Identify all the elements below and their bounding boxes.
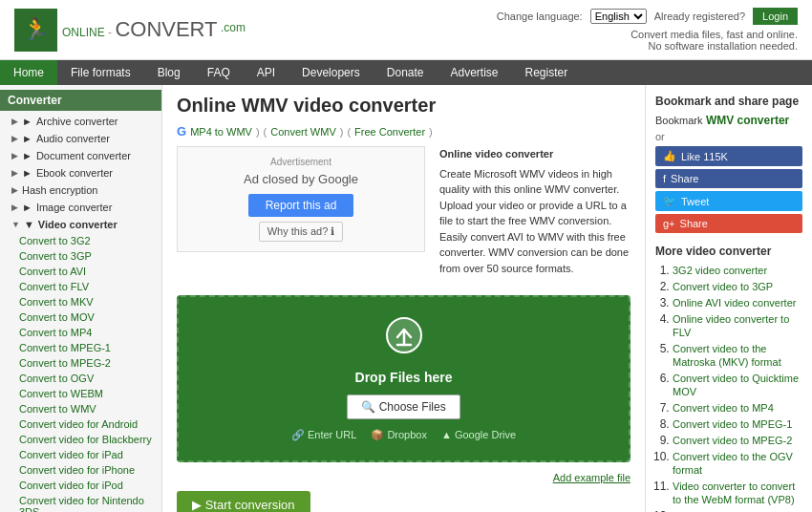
- sidebar-item-video[interactable]: ▼ Video converter: [0, 216, 161, 233]
- nav-faq[interactable]: FAQ: [194, 60, 244, 85]
- sidebar-item-image[interactable]: ► Image converter: [0, 199, 161, 216]
- bookmark-or: or: [655, 131, 802, 142]
- upload-options: 🔗 Enter URL 📦 Dropbox ▲ Google Drive: [291, 429, 516, 441]
- gplus-share-button[interactable]: g+ Share: [655, 214, 802, 233]
- ad-section: Advertisement Ad closed by Google Report…: [177, 146, 425, 252]
- wmv-converter-link[interactable]: WMV converter: [706, 114, 789, 127]
- nav-api[interactable]: API: [244, 60, 288, 85]
- sidebar-convert-3gp[interactable]: Convert to 3GP: [19, 248, 161, 264]
- nav-blog[interactable]: Blog: [144, 60, 194, 85]
- facebook-icon: 👍: [663, 150, 676, 162]
- already-registered-text: Already registered?: [654, 11, 745, 22]
- more-ogv[interactable]: Convert video to the OGV format: [673, 451, 793, 476]
- report-ad-button[interactable]: Report this ad: [248, 194, 354, 217]
- sidebar-convert-mpeg1[interactable]: Convert to MPEG-1: [19, 340, 161, 355]
- nav-file-formats[interactable]: File formats: [57, 60, 144, 85]
- enter-url-option[interactable]: 🔗 Enter URL: [291, 429, 356, 441]
- upload-area[interactable]: Drop Files here Choose Files 🔗 Enter URL…: [177, 295, 630, 462]
- sidebar-item-audio[interactable]: ► Audio converter: [0, 130, 161, 147]
- sidebar-sub-video: Convert to 3G2 Convert to 3GP Convert to…: [0, 233, 161, 512]
- sidebar-convert-wmv[interactable]: Convert to WMV: [19, 401, 161, 416]
- sidebar-convert-android[interactable]: Convert video for Android: [19, 416, 161, 432]
- google-drive-option[interactable]: ▲ Google Drive: [441, 429, 516, 441]
- header-top: Change language: English Already registe…: [497, 8, 798, 25]
- more-mov[interactable]: Convert video to Quicktime MOV: [673, 373, 799, 397]
- nav-advertise[interactable]: Advertise: [438, 60, 512, 85]
- sidebar-convert-webm[interactable]: Convert to WEBM: [19, 386, 161, 401]
- sidebar-convert-mp4[interactable]: Convert to MP4: [19, 325, 161, 340]
- list-item: 3G2 video converter: [673, 264, 802, 277]
- nav-donate[interactable]: Donate: [374, 60, 438, 85]
- sidebar-convert-ipad[interactable]: Convert video for iPad: [19, 447, 161, 462]
- gplus-share-label: Share: [680, 218, 708, 229]
- more-mpeg1[interactable]: Convert video to MPEG-1: [673, 418, 792, 430]
- sidebar-section: ► Archive converter ► Audio converter ► …: [0, 111, 161, 512]
- logo-online-text: ONLINE: [62, 26, 105, 39]
- logo-text: ONLINE - CONVERT .com: [62, 17, 246, 42]
- tagline-line2: No software installation needed.: [497, 40, 798, 52]
- more-3gp[interactable]: Convert video to 3GP: [673, 281, 773, 292]
- sidebar-item-ebook[interactable]: ► Ebook converter: [0, 164, 161, 181]
- twitter-icon: 🐦: [663, 195, 676, 207]
- sidebar-convert-mov[interactable]: Convert to MOV: [19, 309, 161, 325]
- more-3g2[interactable]: 3G2 video converter: [673, 265, 767, 276]
- sidebar-convert-3g2[interactable]: Convert to 3G2: [19, 233, 161, 248]
- twitter-tweet-button[interactable]: 🐦 Tweet: [655, 191, 802, 211]
- breadcrumb-free-converter[interactable]: Free Converter: [354, 126, 425, 138]
- logo: 🏃 ONLINE - CONVERT .com: [14, 9, 246, 52]
- page-title: Online WMV video converter: [177, 95, 630, 117]
- ad-label: Advertisement: [270, 157, 331, 167]
- sidebar-convert-iphone[interactable]: Convert video for iPhone: [19, 462, 161, 478]
- facebook-share-button[interactable]: f Share: [655, 169, 802, 188]
- why-ad-button[interactable]: Why this ad? ℹ: [259, 222, 344, 242]
- choose-files-button[interactable]: Choose Files: [347, 395, 459, 419]
- sidebar-convert-nintendo3ds[interactable]: Convert video for Nintendo 3DS: [19, 493, 161, 512]
- more-mpeg2[interactable]: Convert video to MPEG-2: [673, 435, 792, 446]
- content-body: Online video converter Create Microsoft …: [177, 146, 630, 286]
- more-flv[interactable]: Online video converter to FLV: [673, 313, 789, 338]
- more-mkv[interactable]: Convert video to the Matroska (MKV) form…: [673, 343, 781, 368]
- nav-developers[interactable]: Developers: [288, 60, 374, 85]
- sidebar-convert-blackberry[interactable]: Convert video for Blackberry: [19, 432, 161, 447]
- logo-icon: 🏃: [14, 9, 57, 52]
- language-select[interactable]: English: [590, 9, 647, 24]
- sidebar-convert-flv[interactable]: Convert to FLV: [19, 279, 161, 294]
- more-converters-title: More video converter: [655, 245, 802, 258]
- facebook-share-label: Share: [671, 173, 698, 184]
- logo-convert-text: CONVERT: [115, 17, 217, 41]
- more-avi[interactable]: Online AVI video converter: [673, 297, 796, 309]
- description-title: Online video converter: [439, 146, 630, 162]
- more-webm[interactable]: Video converter to convert to the WebM f…: [673, 480, 795, 505]
- list-item: Convert video to MPEG-2: [673, 434, 802, 447]
- list-item: Online video converter to FLV: [673, 312, 802, 339]
- nav-home[interactable]: Home: [0, 60, 57, 85]
- sidebar-item-hash[interactable]: Hash encryption: [0, 181, 161, 199]
- nav-register[interactable]: Register: [512, 60, 582, 85]
- sidebar-convert-mpeg2[interactable]: Convert to MPEG-2: [19, 355, 161, 371]
- login-button[interactable]: Login: [753, 8, 798, 25]
- more-converters: More video converter 3G2 video converter…: [655, 245, 802, 512]
- description-box: Online video converter Create Microsoft …: [439, 146, 630, 276]
- sidebar-convert-ipod[interactable]: Convert video for iPod: [19, 478, 161, 493]
- change-language-label: Change language:: [497, 11, 583, 22]
- description-text: Create Microsoft WMV videos in high qual…: [439, 166, 630, 277]
- start-conversion-button[interactable]: Start conversion: [177, 491, 310, 512]
- sidebar-item-document[interactable]: ► Document converter: [0, 147, 161, 164]
- logo-com-text: .com: [221, 21, 246, 34]
- list-item: Convert video to MPEG-1: [673, 417, 802, 431]
- sidebar-convert-mkv[interactable]: Convert to MKV: [19, 294, 161, 309]
- list-item: Convert video to MP4: [673, 401, 802, 415]
- dropbox-option[interactable]: 📦 Dropbox: [371, 429, 427, 441]
- sidebar-convert-avi[interactable]: Convert to AVI: [19, 264, 161, 279]
- breadcrumb: G MP4 to WMV ) ( Convert WMV ) ( Free Co…: [177, 124, 630, 139]
- sidebar-item-archive[interactable]: ► Archive converter: [0, 113, 161, 130]
- facebook-share-icon: f: [663, 173, 666, 184]
- more-mp4[interactable]: Convert video to MP4: [673, 402, 774, 414]
- add-example-link[interactable]: Add example file: [177, 472, 630, 483]
- list-item: Convert video to the Matroska (MKV) form…: [673, 342, 802, 369]
- sidebar-title: Converter: [0, 90, 161, 111]
- sidebar-convert-ogv[interactable]: Convert to OGV: [19, 371, 161, 386]
- breadcrumb-convert-wmv[interactable]: Convert WMV: [270, 126, 335, 138]
- breadcrumb-mp4-wmv[interactable]: MP4 to WMV: [190, 126, 252, 138]
- facebook-like-button[interactable]: 👍 Like 115K: [655, 146, 802, 166]
